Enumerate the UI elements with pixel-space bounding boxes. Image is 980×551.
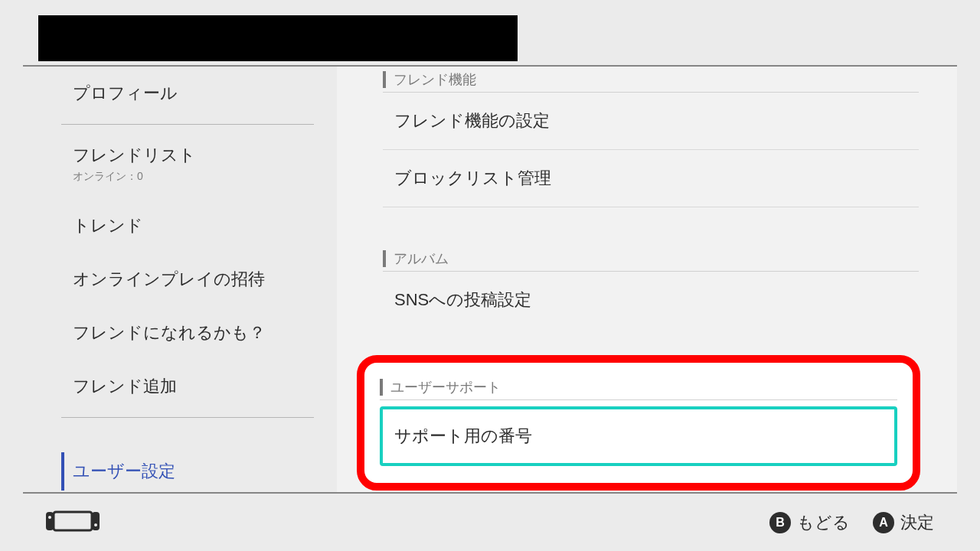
section-underline — [380, 399, 897, 400]
section-header-friend: フレンド機能 — [383, 70, 919, 89]
sidebar-item-label: ユーザー設定 — [73, 461, 175, 481]
header-black-bar — [38, 15, 518, 61]
sidebar-item-label: フレンドリスト — [73, 145, 196, 165]
sidebar-item-sublabel: オンライン：0 — [73, 170, 314, 184]
sidebar-divider — [61, 124, 314, 125]
section-title: フレンド機能 — [394, 70, 476, 89]
section-header-album: アルバム — [383, 249, 919, 268]
sidebar-item-label: プロフィール — [73, 83, 178, 103]
menu-item-label: フレンド機能の設定 — [394, 111, 550, 130]
svg-rect-0 — [54, 512, 92, 530]
sidebar-item-label: トレンド — [73, 216, 143, 235]
a-button-icon: A — [873, 512, 894, 533]
b-button-icon: B — [769, 512, 791, 533]
svg-point-4 — [94, 523, 97, 527]
console-icon — [46, 509, 100, 536]
svg-rect-1 — [46, 512, 54, 530]
menu-item-friend-settings[interactable]: フレンド機能の設定 — [383, 93, 919, 150]
menu-item-blocklist[interactable]: ブロックリスト管理 — [383, 150, 919, 207]
sidebar-item-label: フレンドになれるかも？ — [73, 323, 266, 342]
menu-item-label: サポート用の番号 — [394, 426, 532, 445]
sidebar-item-trend[interactable]: トレンド — [61, 199, 314, 253]
menu-item-label: SNSへの投稿設定 — [394, 290, 531, 309]
sidebar-item-profile[interactable]: プロフィール — [61, 67, 314, 120]
sidebar-item-user-settings[interactable]: ユーザー設定 — [61, 445, 314, 498]
footer-btn-label: 決定 — [900, 511, 934, 534]
sidebar-item-friendlist[interactable]: フレンドリスト オンライン：0 — [61, 129, 314, 199]
highlight-user-support: ユーザーサポート サポート用の番号 — [357, 355, 920, 491]
section-title: ユーザーサポート — [390, 378, 501, 396]
svg-rect-2 — [92, 512, 100, 530]
svg-point-3 — [48, 516, 51, 519]
menu-item-support-number[interactable]: サポート用の番号 — [380, 406, 897, 466]
sidebar-item-onlineplay-invite[interactable]: オンラインプレイの招待 — [61, 253, 314, 306]
sidebar-item-add-friend[interactable]: フレンド追加 — [61, 360, 314, 413]
sidebar-spacer — [61, 422, 314, 445]
sidebar: プロフィール フレンドリスト オンライン：0 トレンド オンラインプレイの招待 … — [61, 67, 314, 492]
footer: B もどる A 決定 — [23, 494, 957, 551]
section-title: アルバム — [394, 249, 449, 268]
footer-right: B もどる A 決定 — [769, 511, 934, 534]
section-header-user-support: ユーザーサポート — [380, 378, 897, 396]
menu-item-label: ブロックリスト管理 — [394, 168, 551, 187]
sidebar-item-label: フレンド追加 — [73, 377, 177, 396]
footer-btn-back[interactable]: B もどる — [769, 511, 850, 534]
menu-item-sns-settings[interactable]: SNSへの投稿設定 — [383, 272, 919, 328]
footer-btn-label: もどる — [797, 511, 850, 534]
sidebar-divider — [61, 417, 314, 418]
sidebar-item-label: オンラインプレイの招待 — [73, 269, 265, 289]
content-area: プロフィール フレンドリスト オンライン：0 トレンド オンラインプレイの招待 … — [23, 65, 957, 494]
sidebar-item-friend-suggest[interactable]: フレンドになれるかも？ — [61, 306, 314, 360]
footer-left — [46, 509, 100, 536]
footer-btn-ok[interactable]: A 決定 — [873, 511, 934, 534]
